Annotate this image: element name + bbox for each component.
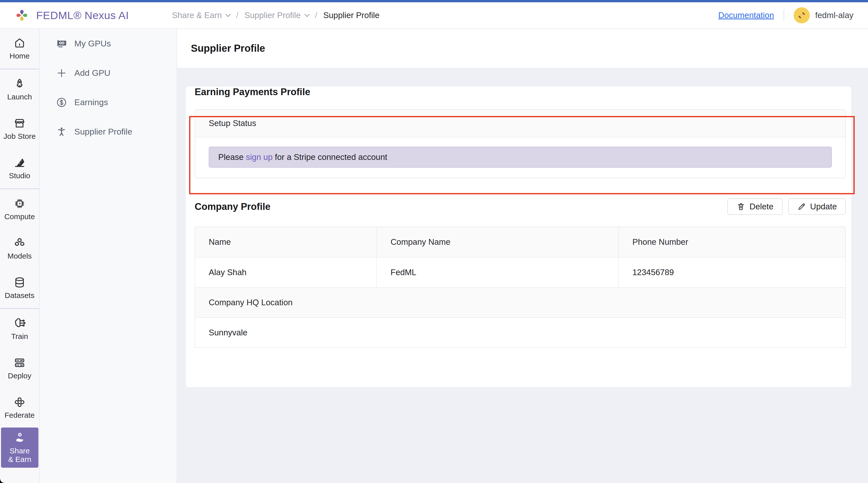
- supplier-profile-card: Earning Payments Profile Setup Status Pl…: [186, 87, 851, 387]
- header-divider: [784, 9, 784, 21]
- hand-coin-icon: [13, 431, 26, 444]
- update-button[interactable]: Update: [788, 198, 846, 215]
- table-row: Sunnyvale: [195, 317, 845, 348]
- cell-hq-location: Sunnyvale: [195, 318, 845, 348]
- trash-icon: [736, 202, 745, 211]
- column-header-name: Name: [195, 227, 376, 257]
- sidebar-item-federate[interactable]: Federate: [0, 388, 39, 427]
- cell-phone-number: 123456789: [618, 258, 845, 287]
- company-profile-header-row: Company Profile Delete: [195, 198, 846, 215]
- sidebar-item-share-earn[interactable]: Share & Earn: [1, 427, 38, 468]
- stripe-signup-banner: Please sign up for a Stripe connected ac…: [209, 147, 832, 168]
- sidebar-divider: [0, 308, 39, 309]
- storefront-icon: [13, 117, 26, 130]
- subnav-item-add-gpu[interactable]: Add GPU: [40, 58, 177, 88]
- banner-text-suffix: for a Stripe connected account: [275, 152, 387, 162]
- home-icon: [13, 37, 26, 49]
- server-icon: [13, 356, 26, 369]
- content-area: Earning Payments Profile Setup Status Pl…: [177, 68, 868, 483]
- breadcrumb-separator: /: [236, 10, 238, 20]
- gpu-card-icon: [56, 38, 67, 50]
- rocket-icon: [13, 77, 26, 90]
- sidebar-item-studio[interactable]: Studio: [0, 149, 39, 188]
- clover-icon: [13, 396, 26, 409]
- avatar[interactable]: [794, 7, 810, 23]
- person-icon: [56, 126, 67, 137]
- fedml-flower-logo-icon: [14, 7, 30, 23]
- breadcrumb-separator: /: [315, 10, 317, 20]
- wizard-hat-icon: [13, 156, 26, 169]
- dollar-circle-icon: [56, 97, 67, 108]
- sidebar-divider: [0, 189, 39, 189]
- page-title-band: Supplier Profile: [177, 29, 868, 68]
- cell-name: Alay Shah: [195, 258, 376, 287]
- header-right: Documentation fedml-alay: [718, 7, 854, 23]
- setup-status-body: Please sign up for a Stripe connected ac…: [195, 137, 845, 168]
- primary-sidebar: Home Launch Job Store St: [0, 29, 40, 483]
- brain-circuit-icon: [13, 317, 26, 330]
- sidebar-item-launch[interactable]: Launch: [0, 70, 39, 109]
- window-corner: [0, 479, 4, 483]
- column-header-hq-location: Company HQ Location: [195, 288, 845, 317]
- setup-status-label: Setup Status: [195, 110, 845, 137]
- sidebar-item-train[interactable]: Train: [0, 309, 39, 349]
- table-row: Alay Shah FedML 123456789: [195, 257, 845, 287]
- sidebar-item-deploy[interactable]: Deploy: [0, 349, 39, 388]
- username[interactable]: fedml-alay: [815, 10, 854, 20]
- company-profile-title: Company Profile: [195, 201, 271, 212]
- database-icon: [13, 276, 26, 289]
- breadcrumb-share-earn[interactable]: Share & Earn: [172, 10, 230, 20]
- subnav-item-supplier-profile[interactable]: Supplier Profile: [40, 117, 177, 147]
- page-title: Supplier Profile: [191, 43, 265, 54]
- chevron-down-icon: [304, 11, 310, 17]
- documentation-link[interactable]: Documentation: [718, 10, 774, 20]
- brand-name: FEDML® Nexus AI: [36, 9, 129, 22]
- main-area: Supplier Profile Earning Payments Profil…: [177, 29, 868, 483]
- cell-company-name: FedML: [376, 258, 618, 287]
- plus-icon: [56, 67, 67, 79]
- breadcrumb: Share & Earn / Supplier Profile / Suppli…: [172, 10, 379, 20]
- sidebar-item-compute[interactable]: Compute: [0, 190, 39, 229]
- delete-button[interactable]: Delete: [727, 198, 782, 215]
- sidebar-item-models[interactable]: Models: [0, 229, 39, 268]
- sign-up-link[interactable]: sign up: [246, 152, 273, 162]
- top-accent-bar: [0, 0, 868, 2]
- banner-text-prefix: Please: [218, 152, 244, 162]
- sidebar-item-job-store[interactable]: Job Store: [0, 109, 39, 149]
- subnav-item-my-gpus[interactable]: My GPUs: [40, 29, 177, 58]
- cubes-icon: [13, 237, 26, 249]
- secondary-sidebar: My GPUs Add GPU Earnings Supplier Profil…: [40, 29, 177, 483]
- chip-icon: [13, 197, 26, 210]
- breadcrumb-current-page: Supplier Profile: [323, 10, 379, 20]
- setup-status-box: Setup Status Please sign up for a Stripe…: [195, 109, 846, 178]
- sidebar-item-home[interactable]: Home: [0, 29, 39, 68]
- column-header-phone-number: Phone Number: [618, 227, 845, 257]
- company-profile-table: Name Company Name Phone Number Alay Shah…: [195, 226, 846, 348]
- skateboard-icon: [796, 9, 807, 21]
- company-profile-actions: Delete Update: [727, 198, 846, 215]
- earning-payments-title: Earning Payments Profile: [195, 87, 846, 97]
- table-header-row-hq: Company HQ Location: [195, 287, 845, 317]
- breadcrumb-supplier-profile[interactable]: Supplier Profile: [244, 10, 309, 20]
- table-header-row: Name Company Name Phone Number: [195, 227, 845, 257]
- pencil-icon: [797, 202, 806, 211]
- subnav-item-earnings[interactable]: Earnings: [40, 88, 177, 117]
- brand-logo[interactable]: FEDML® Nexus AI: [14, 7, 129, 23]
- sidebar-divider: [0, 69, 39, 69]
- chevron-down-icon: [225, 11, 231, 17]
- app-header: FEDML® Nexus AI Share & Earn / Supplier …: [0, 2, 868, 29]
- column-header-company-name: Company Name: [376, 227, 618, 257]
- sidebar-item-datasets[interactable]: Datasets: [0, 268, 39, 308]
